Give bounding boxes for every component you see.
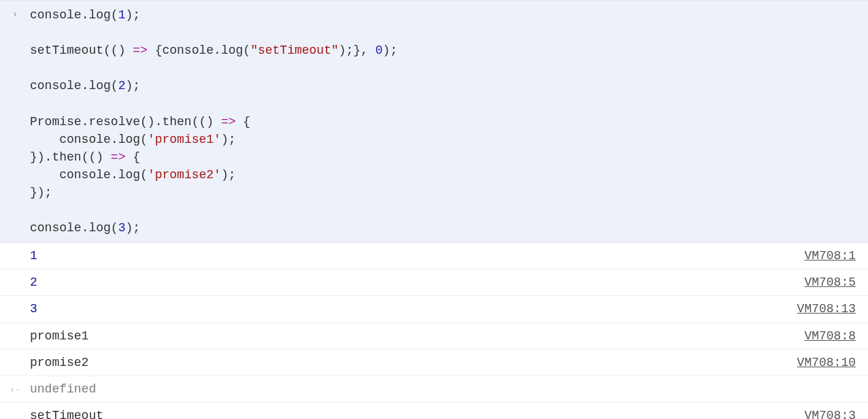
source-link[interactable]: VM708:3 <box>804 407 860 419</box>
code-token: log <box>221 44 243 57</box>
code-token: log <box>88 79 110 93</box>
code-token: . <box>82 115 89 129</box>
code-token: log <box>118 168 140 182</box>
code-token: ); <box>125 8 140 22</box>
code-token: resolve <box>88 115 140 129</box>
input-prompt-gutter: › <box>0 6 30 25</box>
code-token: console <box>59 168 111 182</box>
code-token: . <box>111 168 118 182</box>
code-token: ( <box>140 168 148 182</box>
console-return-row: ‹·undefined <box>0 376 868 403</box>
code-line: console.log('promise1'); <box>30 131 860 148</box>
code-token: ); <box>221 168 236 182</box>
output-message: 3 <box>30 300 797 318</box>
code-token: . <box>82 221 89 235</box>
code-line: Promise.resolve().then(() => { <box>30 113 860 131</box>
code-token: ); <box>221 133 236 146</box>
code-token: => <box>133 44 148 57</box>
output-message: promise2 <box>30 354 797 371</box>
code-token: (). <box>140 115 162 129</box>
code-token: . <box>82 8 89 22</box>
console-log-row: 1VM708:1 <box>0 243 868 269</box>
console-output-list: 1VM708:12VM708:53VM708:13promise1VM708:8… <box>0 243 868 419</box>
code-token: (() <box>103 44 133 57</box>
code-token: then <box>162 115 191 129</box>
code-input-area[interactable]: console.log(1); setTimeout(() => {consol… <box>30 6 868 237</box>
code-line <box>30 59 860 77</box>
code-token: . <box>82 79 89 93</box>
return-arrow-icon: ‹· <box>0 380 30 398</box>
code-token: "setTimeout" <box>250 44 339 57</box>
code-token: ( <box>111 79 118 93</box>
code-token: console <box>30 221 82 235</box>
code-token <box>30 133 59 146</box>
code-token: then <box>52 150 81 164</box>
console-log-row: 3VM708:13 <box>0 296 868 322</box>
code-token <box>30 168 59 182</box>
code-token: log <box>88 221 110 235</box>
code-token: => <box>111 150 126 164</box>
output-message: undefined <box>30 380 860 398</box>
code-token: (() <box>192 115 221 129</box>
code-token: ); <box>125 79 140 93</box>
console-input-block[interactable]: › console.log(1); setTimeout(() => {cons… <box>0 0 868 243</box>
code-token: Promise <box>30 115 82 129</box>
code-token: { <box>236 115 251 129</box>
code-token: ); <box>125 221 140 235</box>
code-line: setTimeout(() => {console.log("setTimeou… <box>30 41 860 59</box>
code-line <box>30 24 860 41</box>
source-link[interactable]: VM708:10 <box>797 354 860 371</box>
output-message: 1 <box>30 247 804 265</box>
code-token: console <box>162 44 214 57</box>
code-token: 1 <box>118 8 126 22</box>
code-token: . <box>111 133 118 146</box>
code-token: console <box>30 79 82 93</box>
code-token: console <box>30 8 82 22</box>
code-line: console.log(1); <box>30 6 860 24</box>
source-link[interactable]: VM708:1 <box>804 247 860 265</box>
code-token: ); <box>383 44 398 57</box>
code-token: }). <box>30 150 52 164</box>
code-token: 0 <box>375 44 383 57</box>
code-token: log <box>118 133 140 146</box>
code-line: console.log('promise2'); <box>30 166 860 184</box>
console-log-row: promise2VM708:10 <box>0 350 868 376</box>
code-line <box>30 95 860 112</box>
console-log-row: promise1VM708:8 <box>0 323 868 350</box>
code-token: (() <box>82 150 111 164</box>
chevron-right-icon: › <box>12 7 18 21</box>
output-message: 2 <box>30 273 804 291</box>
code-line <box>30 201 860 219</box>
code-token: . <box>214 44 221 57</box>
output-message: promise1 <box>30 327 804 345</box>
code-token: => <box>221 115 236 129</box>
code-token: 'promise1' <box>148 133 221 146</box>
code-token: setTimeout <box>30 44 103 57</box>
code-token: 2 <box>118 79 126 93</box>
source-link[interactable]: VM708:13 <box>797 300 860 318</box>
source-link[interactable]: VM708:5 <box>804 273 860 291</box>
code-token: ( <box>243 44 250 57</box>
console-log-row: 2VM708:5 <box>0 269 868 296</box>
code-token: ( <box>111 221 118 235</box>
code-token: }); <box>30 186 52 199</box>
code-line: }); <box>30 184 860 201</box>
output-message: setTimeout <box>30 407 804 419</box>
code-line: console.log(3); <box>30 219 860 237</box>
code-token: ( <box>111 8 118 22</box>
code-line: console.log(2); <box>30 77 860 95</box>
code-line: }).then(() => { <box>30 148 860 166</box>
code-token: { <box>125 150 140 164</box>
code-token: ( <box>140 133 148 146</box>
code-token: log <box>88 8 110 22</box>
code-token: 'promise2' <box>148 168 221 182</box>
code-token: );}, <box>339 44 375 57</box>
console-log-row: setTimeoutVM708:3 <box>0 403 868 419</box>
code-token: console <box>59 133 111 146</box>
source-link[interactable]: VM708:8 <box>804 327 860 345</box>
code-token: { <box>148 44 163 57</box>
code-token: 3 <box>118 221 126 235</box>
